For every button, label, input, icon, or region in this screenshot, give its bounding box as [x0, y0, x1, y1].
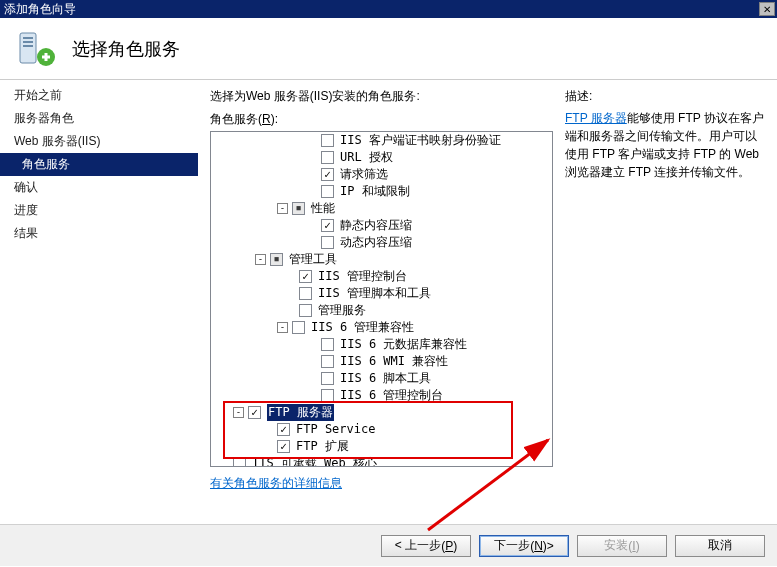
svg-rect-2	[23, 41, 33, 43]
header: 选择角色服务	[0, 18, 777, 80]
checkbox[interactable]	[321, 338, 334, 351]
roles-label: 角色服务(R):	[210, 111, 553, 128]
description-body: FTP 服务器能够使用 FTP 协议在客户端和服务器之间传输文件。用户可以使用 …	[565, 109, 765, 181]
tree-row[interactable]: -管理工具	[213, 251, 550, 268]
tree-row[interactable]: -FTP 服务器	[213, 404, 550, 421]
content-left: 选择为Web 服务器(IIS)安装的角色服务: 角色服务(R): IIS 客户端…	[210, 88, 553, 524]
tree-label: IIS 管理脚本和工具	[318, 285, 431, 302]
description-panel: 描述: FTP 服务器能够使用 FTP 协议在客户端和服务器之间传输文件。用户可…	[565, 88, 765, 524]
tree-row[interactable]: 管理服务	[213, 302, 550, 319]
sidebar-item-3[interactable]: 角色服务	[0, 153, 198, 176]
sidebar-item-0[interactable]: 开始之前	[0, 84, 198, 107]
checkbox[interactable]	[270, 253, 283, 266]
sidebar-item-2[interactable]: Web 服务器(IIS)	[0, 130, 198, 153]
tree-row[interactable]: IIS 管理控制台	[213, 268, 550, 285]
more-info-link[interactable]: 有关角色服务的详细信息	[210, 475, 553, 492]
checkbox[interactable]	[299, 287, 312, 300]
close-button[interactable]: ✕	[759, 2, 775, 16]
tree-label: IIS 6 脚本工具	[340, 370, 431, 387]
expander-icon[interactable]: -	[255, 254, 266, 265]
tree-row[interactable]: IIS 管理脚本和工具	[213, 285, 550, 302]
checkbox[interactable]	[248, 406, 261, 419]
tree-row[interactable]: IP 和域限制	[213, 183, 550, 200]
tree-row[interactable]: IIS 6 管理控制台	[213, 387, 550, 404]
svg-rect-3	[23, 45, 33, 47]
checkbox[interactable]	[321, 219, 334, 232]
tree-row[interactable]: URL 授权	[213, 149, 550, 166]
tree-row[interactable]: -IIS 6 管理兼容性	[213, 319, 550, 336]
tree-label: IIS 6 WMI 兼容性	[340, 353, 448, 370]
checkbox[interactable]	[277, 423, 290, 436]
tree-row[interactable]: IIS 客户端证书映射身份验证	[213, 132, 550, 149]
tree-row[interactable]: 静态内容压缩	[213, 217, 550, 234]
tree-label: IIS 可承载 Web 核心	[252, 455, 377, 467]
tree-label: FTP Service	[296, 421, 375, 438]
install-button: 安装(I)	[577, 535, 667, 557]
svg-rect-1	[23, 37, 33, 39]
tree-label: 管理工具	[289, 251, 337, 268]
checkbox[interactable]	[321, 134, 334, 147]
tree-label: URL 授权	[340, 149, 393, 166]
tree-row[interactable]: FTP 扩展	[213, 438, 550, 455]
expander-icon[interactable]: -	[277, 322, 288, 333]
tree-row[interactable]: IIS 6 WMI 兼容性	[213, 353, 550, 370]
prev-button[interactable]: < 上一步(P)	[381, 535, 471, 557]
checkbox[interactable]	[292, 202, 305, 215]
checkbox[interactable]	[321, 372, 334, 385]
content: 选择为Web 服务器(IIS)安装的角色服务: 角色服务(R): IIS 客户端…	[198, 80, 777, 524]
main: 开始之前服务器角色Web 服务器(IIS)角色服务确认进度结果 选择为Web 服…	[0, 80, 777, 524]
sidebar-item-1[interactable]: 服务器角色	[0, 107, 198, 130]
description-link[interactable]: FTP 服务器	[565, 111, 627, 125]
sidebar-item-4[interactable]: 确认	[0, 176, 198, 199]
checkbox[interactable]	[321, 355, 334, 368]
tree-label: IP 和域限制	[340, 183, 410, 200]
next-button[interactable]: 下一步(N) >	[479, 535, 569, 557]
tree-label: FTP 服务器	[267, 404, 334, 421]
tree-label: 动态内容压缩	[340, 234, 412, 251]
cancel-button[interactable]: 取消	[675, 535, 765, 557]
instruction-text: 选择为Web 服务器(IIS)安装的角色服务:	[210, 88, 553, 105]
tree-row[interactable]: IIS 6 元数据库兼容性	[213, 336, 550, 353]
tree-label: 静态内容压缩	[340, 217, 412, 234]
tree-label: IIS 管理控制台	[318, 268, 407, 285]
checkbox[interactable]	[233, 457, 246, 467]
tree-row[interactable]: FTP Service	[213, 421, 550, 438]
tree-row[interactable]: IIS 可承载 Web 核心	[213, 455, 550, 467]
tree-label: 请求筛选	[340, 166, 388, 183]
footer: < 上一步(P) 下一步(N) > 安装(I) 取消	[0, 524, 777, 566]
sidebar-item-6[interactable]: 结果	[0, 222, 198, 245]
sidebar: 开始之前服务器角色Web 服务器(IIS)角色服务确认进度结果	[0, 80, 198, 524]
checkbox[interactable]	[321, 168, 334, 181]
tree-label: FTP 扩展	[296, 438, 349, 455]
titlebar: 添加角色向导 ✕	[0, 0, 777, 18]
checkbox[interactable]	[321, 389, 334, 402]
checkbox[interactable]	[321, 151, 334, 164]
window-title: 添加角色向导	[4, 1, 76, 18]
checkbox[interactable]	[321, 236, 334, 249]
tree-label: 性能	[311, 200, 335, 217]
tree-row[interactable]: 请求筛选	[213, 166, 550, 183]
checkbox[interactable]	[299, 270, 312, 283]
tree-label: IIS 6 元数据库兼容性	[340, 336, 467, 353]
description-label: 描述:	[565, 88, 765, 105]
checkbox[interactable]	[292, 321, 305, 334]
expander-icon[interactable]: -	[277, 203, 288, 214]
tree-row[interactable]: -性能	[213, 200, 550, 217]
checkbox[interactable]	[277, 440, 290, 453]
checkbox[interactable]	[299, 304, 312, 317]
wizard-icon	[16, 29, 56, 69]
page-title: 选择角色服务	[72, 37, 180, 61]
expander-icon[interactable]: -	[233, 407, 244, 418]
tree-label: IIS 客户端证书映射身份验证	[340, 132, 501, 149]
sidebar-item-5[interactable]: 进度	[0, 199, 198, 222]
tree-label: IIS 6 管理兼容性	[311, 319, 414, 336]
tree-label: 管理服务	[318, 302, 366, 319]
tree-label: IIS 6 管理控制台	[340, 387, 443, 404]
checkbox[interactable]	[321, 185, 334, 198]
tree-row[interactable]: IIS 6 脚本工具	[213, 370, 550, 387]
tree-row[interactable]: 动态内容压缩	[213, 234, 550, 251]
role-services-tree[interactable]: IIS 客户端证书映射身份验证URL 授权请求筛选IP 和域限制-性能静态内容压…	[210, 131, 553, 467]
